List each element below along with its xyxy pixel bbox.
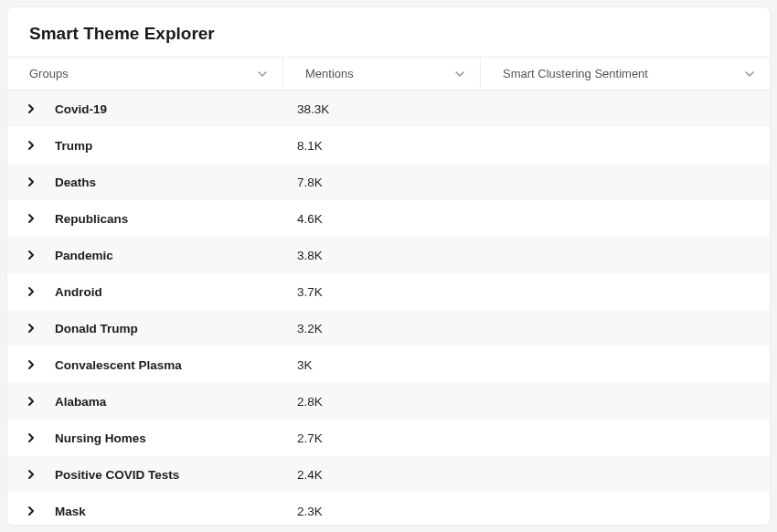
group-name: Pandemic — [55, 249, 283, 262]
chevron-right-icon — [26, 213, 37, 224]
column-header-sentiment[interactable]: Smart Clustering Sentiment — [481, 58, 770, 90]
column-header-groups-label: Groups — [29, 67, 69, 80]
chevron-down-icon — [744, 69, 755, 80]
expand-toggle[interactable] — [7, 432, 55, 443]
expand-toggle[interactable] — [7, 140, 55, 151]
table-row[interactable]: Positive COVID Tests2.4K — [7, 456, 770, 493]
expand-toggle[interactable] — [7, 505, 55, 516]
table-row[interactable]: Android3.7K — [7, 273, 770, 310]
table-row[interactable]: Donald Trump3.2K — [7, 310, 770, 346]
mentions-value: 8.1K — [283, 139, 481, 153]
column-header-groups[interactable]: Groups — [7, 58, 283, 90]
chevron-right-icon — [26, 396, 37, 407]
table-row[interactable]: Deaths7.8K — [7, 164, 770, 200]
table-row[interactable]: Mask2.3K — [7, 493, 770, 525]
chevron-right-icon — [26, 286, 37, 297]
mentions-value: 3K — [283, 358, 481, 372]
mentions-value: 3.2K — [283, 322, 481, 335]
table-row[interactable]: Covid-1938.3K — [7, 90, 770, 127]
expand-toggle[interactable] — [7, 469, 55, 480]
column-headers: Groups Mentions Smart Clustering Sentime… — [7, 57, 770, 90]
table-row[interactable]: Republicans4.6K — [7, 200, 770, 237]
table-row[interactable]: Nursing Homes2.7K — [7, 420, 770, 456]
group-name: Donald Trump — [55, 322, 283, 335]
group-name: Nursing Homes — [55, 431, 283, 445]
mentions-value: 7.8K — [283, 176, 481, 189]
expand-toggle[interactable] — [7, 323, 55, 334]
mentions-value: 38.3K — [283, 102, 481, 116]
table-row[interactable]: Trump8.1K — [7, 127, 770, 164]
expand-toggle[interactable] — [7, 286, 55, 297]
expand-toggle[interactable] — [7, 213, 55, 224]
mentions-value: 4.6K — [283, 212, 481, 226]
mentions-value: 2.7K — [283, 431, 481, 445]
expand-toggle[interactable] — [7, 103, 55, 114]
chevron-right-icon — [26, 432, 37, 443]
chevron-right-icon — [26, 250, 37, 261]
mentions-value: 3.7K — [283, 285, 481, 299]
chevron-right-icon — [26, 359, 37, 370]
chevron-down-icon — [257, 69, 268, 80]
column-header-mentions[interactable]: Mentions — [283, 58, 481, 90]
column-header-sentiment-label: Smart Clustering Sentiment — [503, 67, 648, 80]
panel-title: Smart Theme Explorer — [7, 7, 770, 57]
chevron-right-icon — [26, 469, 37, 480]
group-name: Android — [55, 285, 283, 299]
mentions-value: 2.8K — [283, 395, 481, 409]
expand-toggle[interactable] — [7, 176, 55, 187]
group-name: Alabama — [55, 395, 283, 409]
group-name: Republicans — [55, 212, 283, 226]
rows-container[interactable]: Covid-1938.3KTrump8.1KDeaths7.8KRepublic… — [7, 90, 770, 525]
chevron-right-icon — [26, 140, 37, 151]
group-name: Trump — [55, 139, 283, 153]
group-name: Positive COVID Tests — [55, 468, 283, 482]
group-name: Covid-19 — [55, 102, 283, 116]
smart-theme-explorer-panel: Smart Theme Explorer Groups Mentions Sma… — [7, 7, 770, 525]
table-row[interactable]: Alabama2.8K — [7, 383, 770, 420]
chevron-right-icon — [26, 505, 37, 516]
column-header-mentions-label: Mentions — [305, 67, 354, 80]
expand-toggle[interactable] — [7, 250, 55, 261]
mentions-value: 2.4K — [283, 468, 481, 482]
group-name: Mask — [55, 505, 283, 518]
expand-toggle[interactable] — [7, 396, 55, 407]
group-name: Deaths — [55, 176, 283, 189]
table-row[interactable]: Convalescent Plasma3K — [7, 346, 770, 383]
chevron-right-icon — [26, 103, 37, 114]
chevron-right-icon — [26, 176, 37, 187]
mentions-value: 2.3K — [283, 505, 481, 518]
chevron-down-icon — [454, 69, 465, 80]
mentions-value: 3.8K — [283, 249, 481, 262]
table-row[interactable]: Pandemic3.8K — [7, 237, 770, 273]
chevron-right-icon — [26, 323, 37, 334]
group-name: Convalescent Plasma — [55, 358, 283, 372]
expand-toggle[interactable] — [7, 359, 55, 370]
